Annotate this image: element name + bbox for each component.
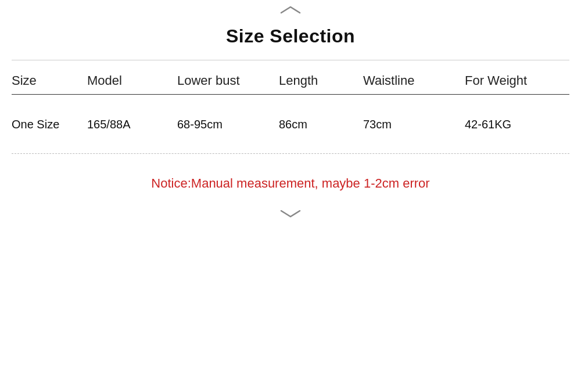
notice-text: Notice:Manual measurement, maybe 1-2cm e… (151, 176, 429, 190)
table-header-row: Size Model Lower bust Length Waistline F… (12, 60, 569, 95)
col-header-waistline: Waistline (363, 73, 465, 88)
cell-model: 165/88A (87, 118, 177, 131)
page-title: Size Selection (226, 26, 355, 46)
top-chevron-icon (279, 5, 302, 15)
cell-waistline: 73cm (363, 118, 465, 131)
cell-size: One Size (12, 118, 87, 131)
table-row: One Size 165/88A 68-95cm 86cm 73cm 42-61… (12, 95, 569, 153)
col-header-lowerbust: Lower bust (177, 73, 279, 88)
size-table: Size Model Lower bust Length Waistline F… (12, 60, 569, 153)
col-header-weight: For Weight (465, 73, 569, 88)
col-header-model: Model (87, 73, 177, 88)
bottom-chevron-icon (279, 208, 302, 219)
cell-weight: 42-61KG (465, 118, 569, 131)
cell-length: 86cm (279, 118, 363, 131)
title-section: Size Selection (226, 15, 355, 60)
cell-lowerbust: 68-95cm (177, 118, 279, 131)
notice-section: Notice:Manual measurement, maybe 1-2cm e… (151, 154, 429, 208)
col-header-length: Length (279, 73, 363, 88)
page-container: Size Selection Size Model Lower bust Len… (0, 0, 581, 392)
col-header-size: Size (12, 73, 87, 88)
